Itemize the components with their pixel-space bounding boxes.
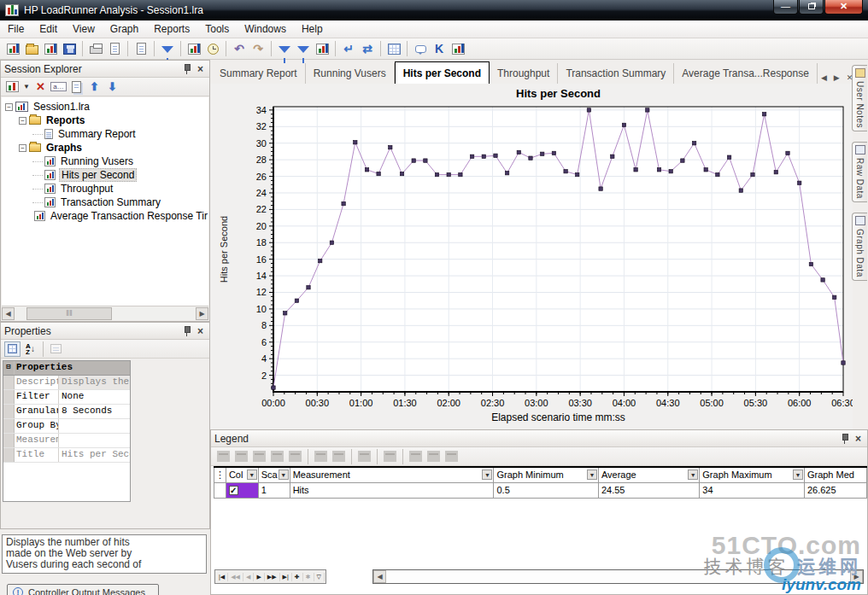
cell-average[interactable]: 24.55 (598, 482, 699, 498)
nav-add-icon[interactable]: ✚ (292, 573, 303, 581)
menu-file[interactable]: File (0, 21, 32, 37)
configure-measurements-icon[interactable] (235, 451, 248, 462)
sort-down-icon[interactable] (332, 451, 345, 462)
analysis-logo-icon[interactable] (4, 40, 21, 57)
menu-tools[interactable]: Tools (197, 21, 237, 37)
property-row-descript[interactable]: DescriptDisplays the : (3, 376, 130, 390)
redo-icon[interactable]: ↷ (249, 40, 267, 57)
tree-item-session1-lra[interactable]: −Session1.lra (2, 100, 208, 114)
measurement-checkbox[interactable]: ✓ (229, 486, 238, 495)
menu-graph[interactable]: Graph (103, 21, 146, 37)
scroll-left-icon[interactable]: ◀ (373, 570, 386, 583)
close-button[interactable]: ✕ (824, 0, 863, 15)
pin-icon[interactable] (182, 63, 192, 74)
html-report-icon[interactable] (106, 40, 123, 57)
save-icon[interactable] (61, 40, 78, 57)
move-down-icon[interactable]: ⬇ (104, 79, 120, 95)
menu-help[interactable]: Help (294, 21, 331, 37)
legend-col-graph-minimum[interactable]: Graph Minimum▼ (494, 467, 598, 482)
side-tab-raw-data[interactable]: Raw Data (852, 142, 867, 202)
property-row-measurem[interactable]: Measurem (3, 434, 130, 448)
tab-summary-report[interactable]: Summary Report (212, 63, 306, 84)
menu-windows[interactable]: Windows (237, 21, 294, 37)
cell-graph-maximum[interactable]: 34 (700, 482, 805, 498)
tree-item-throughput[interactable]: Throughput (2, 182, 208, 195)
side-tab-graph-data[interactable]: Graph Data (852, 213, 867, 281)
show-hide-icon[interactable] (217, 451, 230, 462)
column-filter-icon[interactable]: ▼ (482, 470, 492, 480)
scroll-left-icon[interactable]: ◀ (2, 307, 15, 320)
nav-prev-icon[interactable]: ◀ (243, 573, 254, 581)
cross-with-result-icon[interactable]: ⇄ (359, 40, 376, 57)
tab-hits-per-second[interactable]: Hits per Second (395, 61, 490, 84)
property-row-granular[interactable]: Granular8 Seconds (3, 405, 130, 419)
tab-transaction-summary[interactable]: Transaction Summary (558, 63, 674, 84)
legend-col-average[interactable]: Average▼ (598, 467, 699, 482)
tree-item-transaction-summary[interactable]: Transaction Summary (2, 195, 208, 209)
columns-icon[interactable] (384, 451, 396, 462)
menu-edit[interactable]: Edit (32, 21, 65, 37)
tab-running-vusers[interactable]: Running Vusers (306, 63, 395, 84)
next-tab-icon[interactable]: ▶ (830, 72, 843, 84)
expander-icon[interactable]: − (5, 103, 13, 111)
summary-chart-icon[interactable] (314, 40, 331, 57)
scroll-right-icon[interactable]: ▶ (850, 570, 863, 583)
spreadsheet-icon[interactable] (385, 40, 402, 57)
cell-graph-median[interactable]: 26.625 (804, 482, 866, 498)
controller-output-messages-button[interactable]: ! Controller Output Messages (7, 584, 159, 595)
column-filter-icon[interactable]: ▼ (688, 470, 698, 480)
dropdown-arrow-icon[interactable]: ▼ (22, 79, 31, 95)
restore-button[interactable] (799, 0, 824, 15)
cell-scale[interactable]: 1 (258, 482, 290, 498)
merge-graphs-icon[interactable] (185, 40, 202, 57)
legend-hscrollbar[interactable]: ◀ ▶ (372, 569, 864, 584)
menu-reports[interactable]: Reports (146, 21, 197, 37)
property-row-filter[interactable]: FilterNone (3, 390, 130, 405)
legend-row-hits[interactable]: ✓1Hits0.524.553426.625 (214, 482, 867, 498)
minimize-button[interactable]: — (773, 0, 798, 15)
watch-icon[interactable] (271, 451, 284, 462)
pin-icon[interactable] (840, 433, 850, 444)
close-panel-icon[interactable]: × (853, 433, 864, 445)
duplicate-item-icon[interactable] (68, 79, 85, 95)
tree-item-graphs[interactable]: −Graphs (2, 141, 208, 155)
set-granularity-icon[interactable] (204, 40, 221, 57)
measurement-icon[interactable]: K (431, 40, 448, 57)
legend-col-sca[interactable]: Sca▼ (258, 467, 290, 482)
sort-alphabetical-icon[interactable]: AZ↓ (22, 341, 38, 357)
measurement-color-cell[interactable]: ✓ (226, 482, 258, 498)
property-value[interactable]: None (59, 390, 130, 404)
side-tab-user-notes[interactable]: User Notes (852, 65, 867, 131)
scroll-right-icon[interactable]: ▶ (196, 307, 208, 320)
close-panel-icon[interactable]: × (195, 325, 206, 337)
open-session-icon[interactable] (23, 40, 40, 57)
tree-item-summary-report[interactable]: Summary Report (2, 127, 208, 141)
property-value[interactable]: Displays the : (59, 376, 130, 389)
enable-icon[interactable] (253, 451, 266, 462)
column-filter-icon[interactable]: ▼ (247, 470, 257, 480)
nav-first-icon[interactable]: |◀ (216, 573, 228, 581)
apply-filter-icon[interactable] (276, 40, 293, 57)
print-icon[interactable] (87, 40, 104, 57)
copy-icon[interactable] (132, 40, 150, 57)
new-graph-icon[interactable] (42, 40, 59, 57)
undo-icon[interactable]: ↶ (231, 40, 248, 57)
animate-icon[interactable] (358, 451, 371, 462)
nav-next-icon[interactable]: ▶ (254, 573, 264, 581)
lower-icon[interactable] (427, 451, 440, 462)
row-selector[interactable] (214, 482, 226, 498)
pin-icon[interactable] (182, 325, 192, 336)
nav-next-page-icon[interactable]: ▶▶ (265, 573, 280, 581)
rename-item-icon[interactable]: a… (50, 79, 67, 95)
legend-options-icon[interactable] (445, 451, 458, 462)
clear-filter-icon[interactable] (295, 40, 312, 57)
nav-last-icon[interactable]: ▶| (280, 573, 292, 581)
sort-up-icon[interactable] (314, 451, 327, 462)
tree-item-reports[interactable]: −Reports (2, 114, 208, 127)
drill-down-icon[interactable]: ↵ (340, 40, 357, 57)
properties-group-header[interactable]: ⊟Properties (3, 361, 130, 376)
cell-measurement[interactable]: Hits (290, 482, 494, 498)
menu-view[interactable]: View (65, 21, 103, 37)
property-value[interactable] (59, 419, 130, 433)
filter-icon[interactable] (159, 40, 176, 57)
